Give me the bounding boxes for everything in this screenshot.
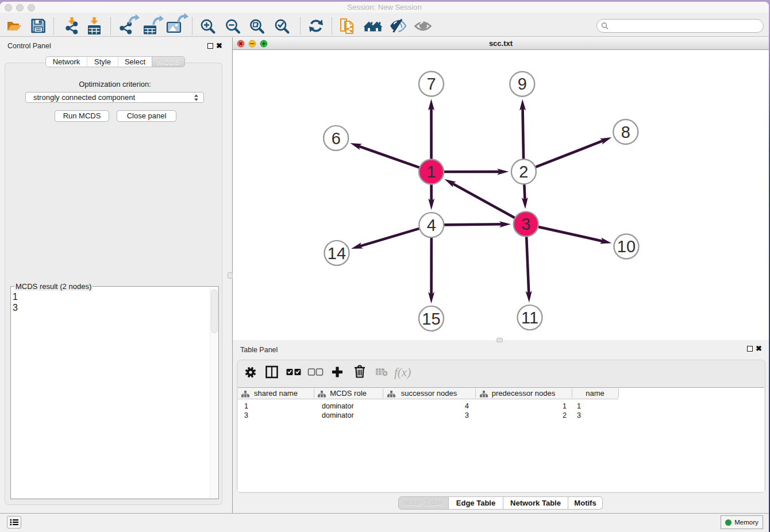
svg-text:11: 11 [521, 309, 538, 327]
svg-text:15: 15 [422, 310, 440, 328]
svg-text:8: 8 [621, 123, 630, 141]
svg-text:f(x): f(x) [394, 365, 411, 379]
svg-text:14: 14 [328, 244, 346, 263]
svg-text:2: 2 [519, 163, 528, 181]
svg-text:1: 1 [427, 163, 436, 181]
svg-text:10: 10 [617, 237, 636, 256]
svg-text:3: 3 [521, 215, 530, 233]
svg-text:4: 4 [427, 216, 436, 234]
svg-text:7: 7 [426, 75, 436, 93]
svg-text:9: 9 [518, 75, 527, 93]
svg-text:6: 6 [332, 129, 341, 148]
